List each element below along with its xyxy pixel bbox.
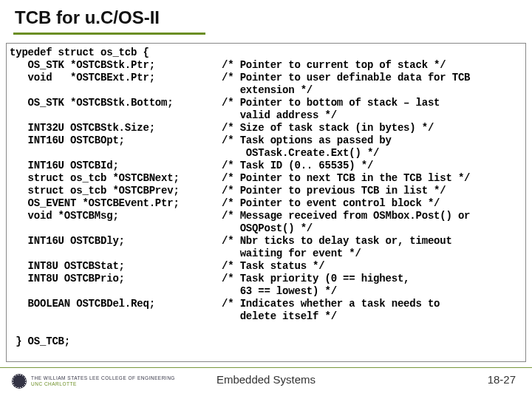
slide: TCB for u.C/OS-II typedef struct os_tcb … <box>0 0 532 399</box>
code-block: typedef struct os_tcb { OS_STK *OSTCBStk… <box>6 43 526 362</box>
footer-rule <box>0 367 532 368</box>
footer-center-text: Embedded Systems <box>0 373 532 386</box>
page-number: 18-27 <box>488 373 516 386</box>
slide-title: TCB for u.C/OS-II <box>15 7 160 28</box>
title-underline <box>13 33 205 35</box>
code-text: typedef struct os_tcb { OS_STK *OSTCBStk… <box>10 47 522 348</box>
